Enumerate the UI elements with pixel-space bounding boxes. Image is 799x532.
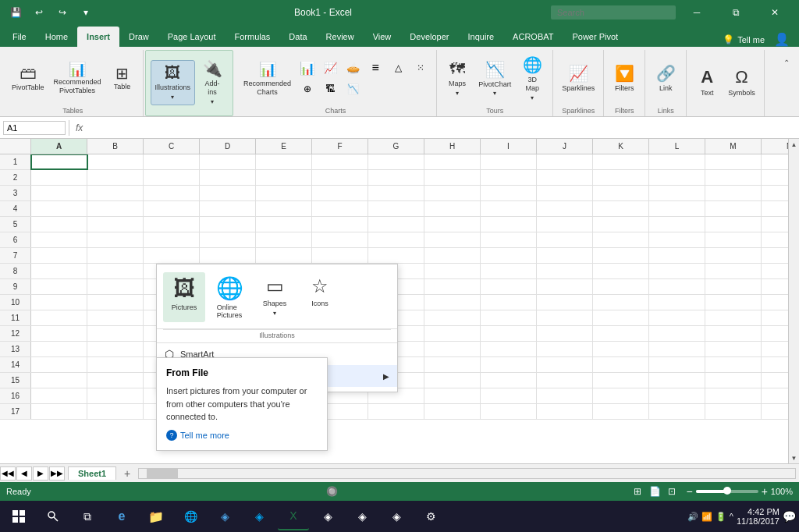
sheet-first-button[interactable]: ◀◀ <box>0 466 16 481</box>
col-header-j[interactable]: J <box>537 139 593 154</box>
zoom-slider-track[interactable] <box>696 490 758 493</box>
app5-button[interactable]: ◈ <box>381 502 412 530</box>
col-header-b[interactable]: B <box>87 139 144 154</box>
maps-button[interactable]: 🗺 Maps ▾ <box>442 56 473 101</box>
clock[interactable]: 4:42 PM 11/18/2017 <box>737 507 779 526</box>
col-header-h[interactable]: H <box>424 139 481 154</box>
close-button[interactable]: ✕ <box>757 0 793 25</box>
tab-view[interactable]: View <box>364 27 401 47</box>
tray-icon1[interactable]: 🔊 <box>687 512 698 522</box>
pictures-item[interactable]: 🖼 Pictures <box>163 272 205 322</box>
tab-home[interactable]: Home <box>36 27 77 47</box>
cell-d1[interactable] <box>200 154 256 169</box>
zoom-out-button[interactable]: − <box>686 485 692 498</box>
area-chart-button[interactable]: △ <box>387 58 409 78</box>
tab-formulas[interactable]: Formulas <box>225 27 280 47</box>
col-header-a[interactable]: A <box>31 139 87 154</box>
sheet-next-button[interactable]: ▶ <box>33 466 48 481</box>
col-header-l[interactable]: L <box>649 139 705 154</box>
tab-data[interactable]: Data <box>279 27 316 47</box>
col-header-k[interactable]: K <box>593 139 649 154</box>
sheet-prev-button[interactable]: ◀ <box>16 466 32 481</box>
formula-input[interactable] <box>89 123 796 133</box>
vertical-scrollbar[interactable]: ▲ ▼ <box>788 139 799 463</box>
tab-acrobat[interactable]: ACROBAT <box>503 27 563 47</box>
page-layout-view-button[interactable]: 📄 <box>647 484 662 498</box>
tray-icon2[interactable]: 📶 <box>701 512 712 522</box>
name-box[interactable] <box>3 121 66 135</box>
app6-button[interactable]: ⚙ <box>415 502 446 530</box>
online-pictures-item[interactable]: 🌐 OnlinePictures <box>208 272 250 322</box>
col-header-m[interactable]: M <box>705 139 762 154</box>
file-explorer-button[interactable]: 📁 <box>140 502 172 530</box>
table-button[interactable]: ⊞ Table <box>107 56 138 101</box>
qat-save[interactable]: 💾 <box>6 3 25 22</box>
account-icon[interactable]: 👤 <box>774 32 790 47</box>
cell-a2[interactable] <box>31 170 87 185</box>
tell-me[interactable]: 💡 Tell me <box>723 34 765 45</box>
start-button[interactable] <box>3 502 34 530</box>
scatter-chart-button[interactable]: ⁙ <box>410 58 431 78</box>
sheet-last-button[interactable]: ▶▶ <box>49 466 65 481</box>
cell-l1[interactable] <box>649 154 705 169</box>
cell-f1[interactable] <box>312 154 368 169</box>
horizontal-scrollbar[interactable] <box>138 468 796 479</box>
edge-button[interactable]: e <box>106 502 137 530</box>
scroll-thumb[interactable] <box>147 469 178 478</box>
pie-chart-button[interactable]: 🥧 <box>342 58 364 78</box>
minimize-button[interactable]: ─ <box>679 0 715 25</box>
line-chart-button[interactable]: 📈 <box>319 58 341 78</box>
col-header-c[interactable]: C <box>144 139 200 154</box>
pivottable-button[interactable]: 🗃 PivotTable <box>8 56 48 101</box>
notification-button[interactable]: 💬 <box>783 510 796 523</box>
ie-button[interactable]: 🌐 <box>175 502 206 530</box>
tray-expand[interactable]: ^ <box>730 512 733 521</box>
app1-button[interactable]: ◈ <box>209 502 240 530</box>
recommended-charts-button[interactable]: 📊 Recommended Charts <box>240 56 295 101</box>
waterfall-chart-button[interactable]: 🏗 <box>319 79 341 99</box>
qat-undo[interactable]: ↩ <box>30 3 48 22</box>
qat-redo[interactable]: ↪ <box>53 3 72 22</box>
icons-item[interactable]: ☆ Icons <box>299 272 341 322</box>
app4-button[interactable]: ◈ <box>346 502 378 530</box>
col-header-g[interactable]: G <box>368 139 424 154</box>
zoom-in-button[interactable]: + <box>762 485 768 498</box>
cell-a1[interactable] <box>31 154 87 169</box>
cell-e1[interactable] <box>256 154 312 169</box>
task-view-button[interactable]: ⧉ <box>72 502 103 530</box>
stock-chart-button[interactable]: 📉 <box>342 79 364 99</box>
page-break-view-button[interactable]: ⊡ <box>664 484 680 498</box>
pivot-chart-button[interactable]: 📉 PivotChart ▾ <box>474 56 515 101</box>
search-taskbar-button[interactable] <box>37 502 69 530</box>
tab-developer[interactable]: Developer <box>400 27 458 47</box>
tab-review[interactable]: Review <box>317 27 364 47</box>
tooltip-link[interactable]: ? Tell me more <box>166 430 318 441</box>
filters-button[interactable]: 🔽 Filters <box>609 56 640 101</box>
tab-insert[interactable]: Insert <box>77 27 119 47</box>
app2-button[interactable]: ◈ <box>243 502 275 530</box>
tab-page-layout[interactable]: Page Layout <box>158 27 225 47</box>
shapes-item[interactable]: ▭ Shapes ▾ <box>254 272 296 322</box>
symbols-button[interactable]: Ω Symbols <box>724 60 759 105</box>
scroll-down-button[interactable]: ▼ <box>789 452 800 463</box>
illustrations-button[interactable]: 🖼 Illustrations ▾ <box>151 60 196 105</box>
cell-m1[interactable] <box>705 154 762 169</box>
col-header-d[interactable]: D <box>200 139 256 154</box>
tray-icon3[interactable]: 🔋 <box>716 512 726 522</box>
restore-button[interactable]: ⧉ <box>718 0 754 25</box>
cell-j1[interactable] <box>537 154 593 169</box>
col-header-f[interactable]: F <box>312 139 368 154</box>
more-charts-button[interactable]: ⊕ <box>297 79 318 99</box>
bar-chart-button[interactable]: ≡ <box>364 58 386 78</box>
recommended-pivottables-button[interactable]: 📊 Recommended PivotTables <box>50 56 105 101</box>
add-sheet-button[interactable]: + <box>119 466 135 481</box>
text-button[interactable]: A Text <box>691 60 723 105</box>
cell-c1[interactable] <box>144 154 200 169</box>
3d-map-button[interactable]: 🌐 3DMap ▾ <box>517 56 548 101</box>
col-header-e[interactable]: E <box>256 139 312 154</box>
collapse-ribbon-button[interactable]: ⌃ <box>777 53 796 72</box>
zoom-slider-thumb[interactable] <box>723 487 731 495</box>
cell-g1[interactable] <box>368 154 424 169</box>
cell-h1[interactable] <box>424 154 481 169</box>
tab-power-pivot[interactable]: Power Pivot <box>563 27 627 47</box>
